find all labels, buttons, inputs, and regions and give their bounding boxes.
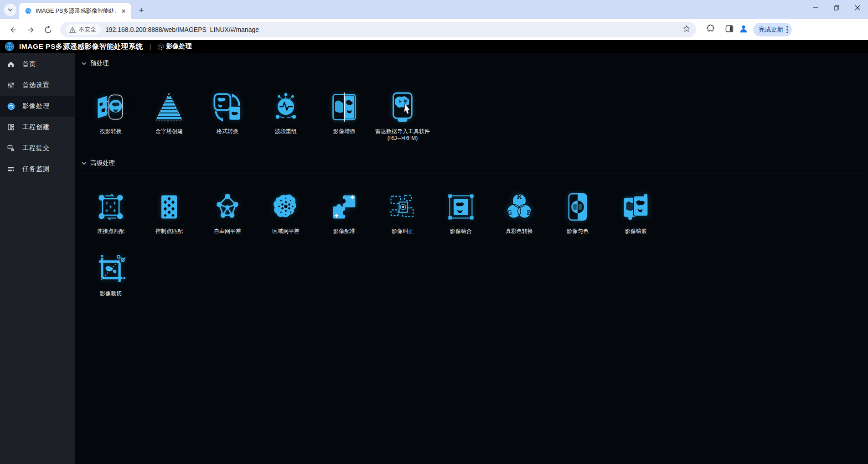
format-convert-icon <box>212 83 243 123</box>
tool-label: 影像增强 <box>333 128 355 135</box>
tool-projection-convert[interactable]: 投影转换 <box>82 83 140 142</box>
bookmark-star-button[interactable] <box>682 25 691 35</box>
new-tab-button[interactable]: + <box>135 4 148 17</box>
image-crop-icon <box>95 246 126 285</box>
image-enhance-icon <box>329 83 360 123</box>
security-chip[interactable]: 不安全 <box>66 24 101 35</box>
app-title: IMAGE PS多源遥感影像智能处理系统 <box>19 42 143 52</box>
browser-tabstrip: IMAGE PS多源遥感影像智能处... ✕ + <box>0 0 868 19</box>
freenet-adjust-icon <box>212 183 243 222</box>
tool-image-enhance[interactable]: 影像增强 <box>315 83 373 142</box>
tool-freenet-adjust[interactable]: 自由网平差 <box>198 183 257 235</box>
tool-color-balance[interactable]: 影像匀色 <box>548 183 607 235</box>
url-text[interactable]: 192.168.0.200:8888/web/IMAGEPS_LINUX/#/m… <box>105 26 679 33</box>
tool-label: 连接点匹配 <box>97 228 124 235</box>
tool-label: 波段重组 <box>275 128 297 135</box>
sidebar-item-image-process[interactable]: 影像处理 <box>0 96 75 117</box>
truecolor-convert-icon: RGB <box>504 183 535 222</box>
sidebar-item-project-create[interactable]: 工程创建 <box>0 117 75 138</box>
close-window-button[interactable] <box>847 0 868 15</box>
tool-label: 区域网平差 <box>272 228 300 235</box>
chevron-down-icon <box>8 8 13 11</box>
tool-label: 影像镶嵌 <box>625 228 647 235</box>
section-gap <box>82 142 868 158</box>
tool-label: 影像配准 <box>333 228 355 235</box>
image-register-icon <box>329 183 360 222</box>
minimize-icon <box>813 5 818 10</box>
header-breadcrumb: 影像处理 <box>157 42 191 51</box>
image-rectify-icon <box>387 183 418 222</box>
tool-image-crop[interactable]: 影像裁切 <box>82 246 140 297</box>
tool-grid-advanced: 连接点匹配控制点匹配自由网平差区域网平差影像配准影像纠正影像融合RGB真彩色转换… <box>82 183 868 297</box>
section-divider <box>82 174 863 174</box>
side-panel-button[interactable] <box>725 24 734 35</box>
url-bar[interactable]: 不安全 192.168.0.200:8888/web/IMAGEPS_LINUX… <box>60 22 696 37</box>
profile-avatar-icon <box>739 24 749 34</box>
project-submit-icon <box>6 144 16 153</box>
kebab-menu-icon[interactable] <box>786 26 788 33</box>
section-header-advanced[interactable]: 高级处理 <box>82 158 868 168</box>
favicon-icon <box>25 7 32 15</box>
tool-label: 金字塔创建 <box>155 128 183 135</box>
section-header-preprocess[interactable]: 预处理 <box>82 58 868 68</box>
extensions-button[interactable] <box>706 24 715 35</box>
sidebar-item-home[interactable]: 首页 <box>0 54 75 75</box>
tool-image-mosaic[interactable]: 影像镶嵌 <box>607 183 665 235</box>
tool-label: 格式转换 <box>217 128 238 135</box>
chrome-update-button[interactable]: 完成更新 <box>753 23 792 36</box>
tool-band-recombine[interactable]: 波段重组 <box>257 83 315 142</box>
tool-pyramid-create[interactable]: 金字塔创建 <box>140 83 198 142</box>
back-button[interactable] <box>6 22 21 37</box>
tab-close-icon[interactable]: ✕ <box>119 7 128 15</box>
color-balance-icon <box>562 183 593 222</box>
profile-button[interactable] <box>739 24 749 36</box>
app-header: IMAGE PS多源遥感影像智能处理系统 | 影像处理 <box>0 40 868 53</box>
main-content: 预处理投影转换金字塔创建格式转换波段重组影像增强雷达数据导入工具软件(RD-->… <box>75 53 868 464</box>
tool-truecolor-convert[interactable]: RGB真彩色转换 <box>490 183 548 235</box>
section-advanced: 高级处理连接点匹配控制点匹配自由网平差区域网平差影像配准影像纠正影像融合RGB真… <box>82 158 868 297</box>
image-mosaic-icon <box>620 183 651 222</box>
extensions-icon <box>706 24 715 33</box>
tool-label: 投影转换 <box>100 128 122 135</box>
sidebar-item-preferences[interactable]: 首选设置 <box>0 75 75 96</box>
sidebar-item-label: 首选设置 <box>22 81 50 89</box>
tab-search-button[interactable] <box>4 4 16 16</box>
svg-text:B: B <box>527 209 531 216</box>
globe-logo-icon <box>5 41 15 52</box>
security-label: 不安全 <box>78 26 96 34</box>
tool-image-fuse[interactable]: 影像融合 <box>432 183 490 235</box>
preferences-icon <box>6 81 16 90</box>
toolbar-divider <box>720 26 720 34</box>
image-process-icon <box>6 102 16 111</box>
image-process-icon <box>157 43 164 50</box>
tool-label: 影像纠正 <box>392 228 413 235</box>
tool-image-rectify[interactable]: 影像纠正 <box>373 183 432 235</box>
tool-format-convert[interactable]: 格式转换 <box>198 83 257 142</box>
section-title: 高级处理 <box>90 159 115 167</box>
forward-button[interactable] <box>23 22 38 37</box>
tool-blocknet-adjust[interactable]: 区域网平差 <box>257 183 315 235</box>
tool-image-register[interactable]: 影像配准 <box>315 183 373 235</box>
radar-import-icon <box>387 83 418 123</box>
sidebar-item-label: 任务监测 <box>22 165 50 173</box>
sidebar-item-label: 工程提交 <box>22 144 50 152</box>
restore-icon <box>834 5 839 10</box>
reload-button[interactable] <box>41 22 55 37</box>
header-breadcrumb-label: 影像处理 <box>166 42 191 51</box>
tool-controlpoint-match[interactable]: 控制点匹配 <box>140 183 198 235</box>
tool-tiepoint-match[interactable]: 连接点匹配 <box>82 183 140 235</box>
tool-label: 影像融合 <box>450 228 472 235</box>
svg-text:R: R <box>517 193 522 200</box>
minimize-button[interactable] <box>805 0 826 15</box>
svg-text:G: G <box>507 209 512 216</box>
sidebar-item-task-monitor[interactable]: 任务监测 <box>0 159 75 180</box>
sidebar-item-label: 工程创建 <box>22 123 50 131</box>
tool-radar-import[interactable]: 雷达数据导入工具软件(RD-->RFM) <box>373 83 432 142</box>
app-body: 首页首选设置影像处理工程创建工程提交任务监测 预处理投影转换金字塔创建格式转换波… <box>0 53 868 464</box>
projection-convert-icon <box>95 83 126 123</box>
sidebar-item-project-submit[interactable]: 工程提交 <box>0 138 75 159</box>
browser-tab[interactable]: IMAGE PS多源遥感影像智能处... ✕ <box>19 3 131 19</box>
section-preprocess: 预处理投影转换金字塔创建格式转换波段重组影像增强雷达数据导入工具软件(RD-->… <box>82 58 868 142</box>
restore-button[interactable] <box>826 0 847 15</box>
forward-icon <box>26 26 35 34</box>
